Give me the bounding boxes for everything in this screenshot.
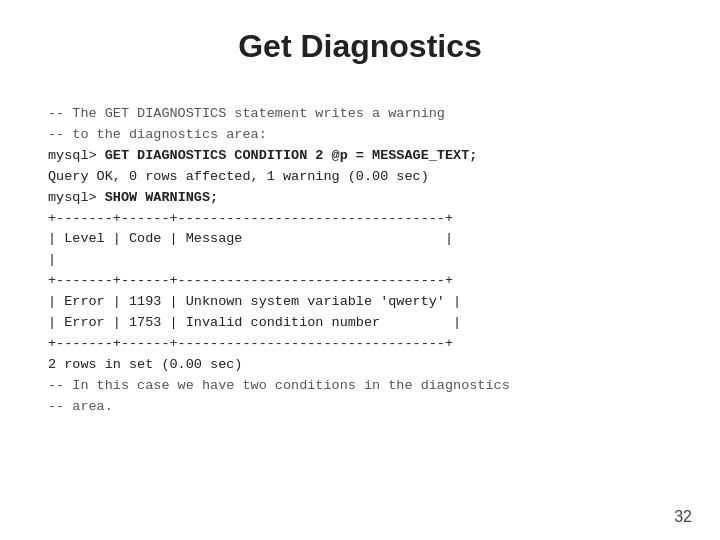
query-result-1: Query OK, 0 rows affected, 1 warning (0.… bbox=[48, 169, 429, 184]
table-divider: | bbox=[48, 252, 56, 267]
mysql-prompt-1: mysql> bbox=[48, 148, 105, 163]
table-row-2: | Error | 1753 | Invalid condition numbe… bbox=[48, 315, 461, 330]
comment-line-3: -- In this case we have two conditions i… bbox=[48, 378, 510, 393]
sql-statement-2: SHOW WARNINGS; bbox=[105, 190, 218, 205]
rows-in-set: 2 rows in set (0.00 sec) bbox=[48, 357, 242, 372]
table-row-1: | Error | 1193 | Unknown system variable… bbox=[48, 294, 461, 309]
mysql-prompt-2: mysql> bbox=[48, 190, 105, 205]
comment-line-2: -- to the diagnostics area: bbox=[48, 127, 267, 142]
table-header: | Level | Code | Message | bbox=[48, 231, 453, 246]
table-border-2: +-------+------+------------------------… bbox=[48, 273, 453, 288]
sql-statement-1: GET DIAGNOSTICS CONDITION 2 @p = MESSAGE… bbox=[105, 148, 478, 163]
page-title: Get Diagnostics bbox=[0, 0, 720, 83]
table-border-1: +-------+------+------------------------… bbox=[48, 211, 453, 226]
table-border-3: +-------+------+------------------------… bbox=[48, 336, 453, 351]
comment-line-4: -- area. bbox=[48, 399, 113, 414]
content-area: -- The GET DIAGNOSTICS statement writes … bbox=[0, 83, 720, 439]
page-number: 32 bbox=[674, 508, 692, 526]
comment-line-1: -- The GET DIAGNOSTICS statement writes … bbox=[48, 106, 445, 121]
code-block: -- The GET DIAGNOSTICS statement writes … bbox=[48, 83, 672, 439]
